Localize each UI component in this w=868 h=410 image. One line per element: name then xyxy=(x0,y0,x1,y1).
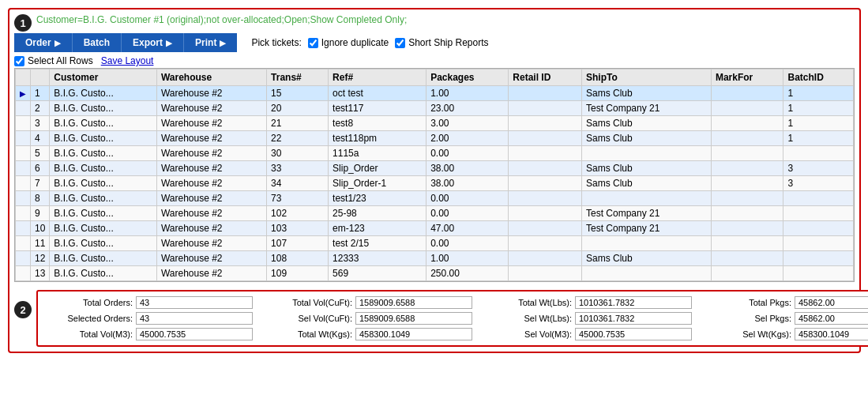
row-indicator xyxy=(16,221,31,236)
row-ref: 25-98 xyxy=(329,206,426,221)
total-orders-value[interactable] xyxy=(136,296,253,309)
toolbar: Order ▶ Batch Export ▶ Print ▶ Pick tick… xyxy=(14,33,855,52)
sel-pkgs-label: Sel Pkgs: xyxy=(705,314,791,323)
row-customer: B.I.G. Custo... xyxy=(50,86,157,101)
table-row[interactable]: 12 B.I.G. Custo... Warehouse #2 108 1233… xyxy=(16,251,854,266)
col-header-retailid: Retail ID xyxy=(509,70,582,86)
select-all-checkbox-label[interactable]: Select All Rows xyxy=(14,55,93,66)
row-trans: 102 xyxy=(267,206,329,221)
row-num: 2 xyxy=(31,101,50,116)
col-header-batchid: BatchID xyxy=(783,70,854,86)
row-shipto: Sams Club xyxy=(582,161,712,176)
orders-table: Customer Warehouse Trans# Ref# Packages … xyxy=(15,69,854,281)
row-trans: 30 xyxy=(267,146,329,161)
total-vol-m3-value[interactable] xyxy=(136,328,253,340)
row-markfor xyxy=(711,101,783,116)
sel-pkgs-value[interactable] xyxy=(795,312,868,325)
export-arrow-icon: ▶ xyxy=(166,39,172,47)
row-markfor xyxy=(711,266,783,281)
col-header-customer: Customer xyxy=(50,70,157,86)
ignore-duplicate-checkbox[interactable] xyxy=(308,38,318,48)
row-indicator xyxy=(16,176,31,191)
row-ref: 1115a xyxy=(329,146,426,161)
row-batchid: 1 xyxy=(783,86,854,101)
table-row[interactable]: 13 B.I.G. Custo... Warehouse #2 109 569 … xyxy=(16,266,854,281)
row-warehouse: Warehouse #2 xyxy=(156,101,266,116)
batch-button[interactable]: Batch xyxy=(73,33,122,52)
orders-table-wrapper: Customer Warehouse Trans# Ref# Packages … xyxy=(14,68,855,282)
row-packages: 0.00 xyxy=(426,191,509,206)
table-row[interactable]: 10 B.I.G. Custo... Warehouse #2 103 em-1… xyxy=(16,221,854,236)
row-markfor xyxy=(711,146,783,161)
short-ship-reports-checkbox-label[interactable]: Short Ship Reports xyxy=(395,37,488,48)
sel-wt-lbs-value[interactable] xyxy=(575,312,692,325)
short-ship-reports-label: Short Ship Reports xyxy=(408,37,488,48)
ignore-duplicate-checkbox-label[interactable]: Ignore duplicate xyxy=(308,37,389,48)
select-all-checkbox[interactable] xyxy=(14,56,24,66)
select-all-row: Select All Rows Save Layout xyxy=(14,55,855,66)
row-markfor xyxy=(711,86,783,101)
total-wt-lbs-label: Total Wt(Lbs): xyxy=(485,298,572,307)
row-markfor xyxy=(711,176,783,191)
row-warehouse: Warehouse #2 xyxy=(156,116,266,131)
row-ref: test1/23 xyxy=(329,191,426,206)
row-batchid: 1 xyxy=(783,131,854,146)
row-warehouse: Warehouse #2 xyxy=(156,221,266,236)
table-row[interactable]: 11 B.I.G. Custo... Warehouse #2 107 test… xyxy=(16,236,854,251)
total-wt-lbs-value[interactable] xyxy=(575,296,692,309)
row-ref: em-123 xyxy=(329,221,426,236)
row-trans: 108 xyxy=(267,251,329,266)
selected-orders-value[interactable] xyxy=(136,312,253,325)
row-num: 1 xyxy=(31,86,50,101)
col-header-warehouse: Warehouse xyxy=(156,70,266,86)
summary-section: Total Orders: Total Vol(CuFt): Total Wt(… xyxy=(36,290,868,347)
row-batchid: 3 xyxy=(783,161,854,176)
total-vol-cuft-value[interactable] xyxy=(355,296,472,309)
table-row[interactable]: 2 B.I.G. Custo... Warehouse #2 20 test11… xyxy=(16,101,854,116)
row-markfor xyxy=(711,236,783,251)
table-row[interactable]: 9 B.I.G. Custo... Warehouse #2 102 25-98… xyxy=(16,206,854,221)
table-row[interactable]: 6 B.I.G. Custo... Warehouse #2 33 Slip_O… xyxy=(16,161,854,176)
row-ref: oct test xyxy=(329,86,426,101)
sel-wt-kgs-value[interactable] xyxy=(795,328,868,340)
export-button[interactable]: Export ▶ xyxy=(122,33,184,52)
sel-vol-cuft-value[interactable] xyxy=(355,312,472,325)
row-shipto xyxy=(582,146,712,161)
row-num: 7 xyxy=(31,176,50,191)
save-layout-link[interactable]: Save Layout xyxy=(101,55,154,66)
row-retailid xyxy=(509,176,582,191)
row-shipto: Test Company 21 xyxy=(582,206,712,221)
pick-tickets-label: Pick tickets: xyxy=(251,37,301,48)
table-row[interactable]: ▶ 1 B.I.G. Custo... Warehouse #2 15 oct … xyxy=(16,86,854,101)
row-indicator xyxy=(16,191,31,206)
total-orders-label: Total Orders: xyxy=(46,298,133,307)
table-row[interactable]: 3 B.I.G. Custo... Warehouse #2 21 test8 … xyxy=(16,116,854,131)
table-row[interactable]: 8 B.I.G. Custo... Warehouse #2 73 test1/… xyxy=(16,191,854,206)
total-orders-row: Total Orders: xyxy=(46,296,253,309)
table-row[interactable]: 4 B.I.G. Custo... Warehouse #2 22 test11… xyxy=(16,131,854,146)
step-badge-2: 2 xyxy=(14,301,32,318)
sel-vol-cuft-label: Sel Vol(CuFt): xyxy=(265,314,352,323)
row-ref: Slip_Order-1 xyxy=(329,176,426,191)
row-batchid xyxy=(783,266,854,281)
row-ref: test117 xyxy=(329,101,426,116)
table-row[interactable]: 5 B.I.G. Custo... Warehouse #2 30 1115a … xyxy=(16,146,854,161)
row-batchid xyxy=(783,146,854,161)
row-trans: 33 xyxy=(267,161,329,176)
pick-tickets-area: Pick tickets: Ignore duplicate Short Shi… xyxy=(251,37,488,48)
sel-vol-m3-label: Sel Vol(M3): xyxy=(485,329,572,339)
sel-wt-kgs-label: Sel Wt(Kgs): xyxy=(705,329,791,339)
total-pkgs-label: Total Pkgs: xyxy=(705,298,791,307)
sel-vol-m3-value[interactable] xyxy=(575,328,692,340)
total-wt-kgs-value[interactable] xyxy=(355,328,472,340)
row-shipto xyxy=(582,191,712,206)
table-row[interactable]: 7 B.I.G. Custo... Warehouse #2 34 Slip_O… xyxy=(16,176,854,191)
row-packages: 0.00 xyxy=(426,236,509,251)
order-button[interactable]: Order ▶ xyxy=(14,33,73,52)
main-container: 1 Customer=B.I.G. Customer #1 (original)… xyxy=(8,8,861,353)
print-button[interactable]: Print ▶ xyxy=(184,33,237,52)
short-ship-reports-checkbox[interactable] xyxy=(395,38,405,48)
row-batchid: 1 xyxy=(783,116,854,131)
total-pkgs-value[interactable] xyxy=(795,296,868,309)
total-vol-m3-row: Total Vol(M3): xyxy=(46,328,253,340)
